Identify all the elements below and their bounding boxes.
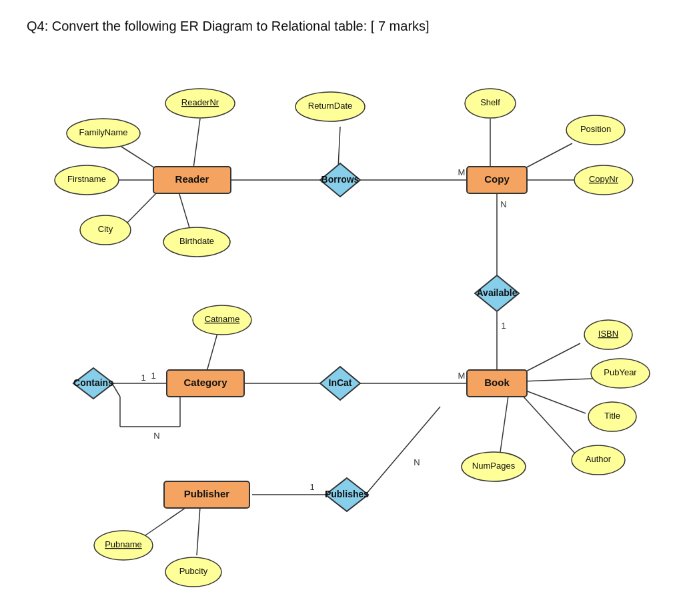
attr-firstname-label: Firstname: [67, 174, 106, 184]
entity-publisher-label: Publisher: [184, 488, 230, 499]
svg-line-36: [366, 407, 440, 495]
rel-publishes-label: Publishes: [325, 489, 369, 499]
attr-birthdate-label: Birthdate: [179, 236, 214, 246]
attr-catname-label: Catname: [205, 314, 240, 324]
svg-line-22: [522, 379, 592, 381]
svg-line-4: [179, 192, 190, 230]
entity-category-label: Category: [183, 377, 227, 388]
svg-text:M: M: [458, 167, 466, 177]
attr-pubcity-label: Pubcity: [179, 566, 208, 576]
attr-readernr-label: ReaderNr: [181, 97, 219, 107]
attr-pubyear-label: PubYear: [604, 367, 637, 377]
attr-pubname-label: Pubname: [105, 539, 142, 549]
entity-copy-label: Copy: [484, 173, 510, 185]
attr-numpages-label: NumPages: [472, 461, 516, 471]
svg-text:1: 1: [151, 371, 155, 381]
attr-city-label: City: [98, 224, 113, 234]
svg-text:1: 1: [309, 482, 314, 492]
attr-familyname-label: FamilyName: [79, 127, 128, 137]
rel-incat-label: InCat: [329, 377, 352, 388]
svg-line-26: [207, 333, 217, 371]
rel-contains-label: Contains: [73, 377, 113, 388]
rel-available-label: Available: [477, 287, 518, 298]
entity-book-label: Book: [484, 377, 510, 388]
svg-line-0: [193, 119, 200, 168]
svg-text:1: 1: [141, 373, 145, 383]
attr-title-label: Title: [604, 411, 620, 421]
er-diagram: N M N 1 N M 1 N 1 N: [0, 0, 687, 616]
attr-returndate-label: ReturnDate: [308, 101, 352, 111]
svg-text:N: N: [500, 199, 506, 209]
svg-line-23: [522, 389, 586, 413]
svg-line-21: [522, 343, 580, 373]
svg-text:M: M: [458, 371, 466, 381]
attr-isbn-label: ISBN: [598, 329, 618, 339]
svg-line-11: [522, 143, 572, 170]
attr-copynr-label: CopyNr: [589, 174, 619, 184]
svg-line-39: [197, 507, 200, 555]
svg-line-9: [338, 127, 340, 168]
entity-reader-label: Reader: [175, 173, 209, 185]
rel-borrows-label: Borrows: [321, 174, 360, 185]
attr-shelf-label: Shelf: [480, 97, 500, 107]
svg-line-38: [143, 505, 190, 537]
svg-text:1: 1: [501, 321, 506, 331]
attr-position-label: Position: [580, 124, 611, 134]
svg-line-3: [123, 189, 160, 227]
svg-text:N: N: [153, 431, 159, 441]
attr-author-label: Author: [586, 454, 612, 464]
svg-text:N: N: [414, 457, 420, 467]
svg-line-25: [500, 396, 508, 452]
svg-line-24: [522, 395, 575, 453]
